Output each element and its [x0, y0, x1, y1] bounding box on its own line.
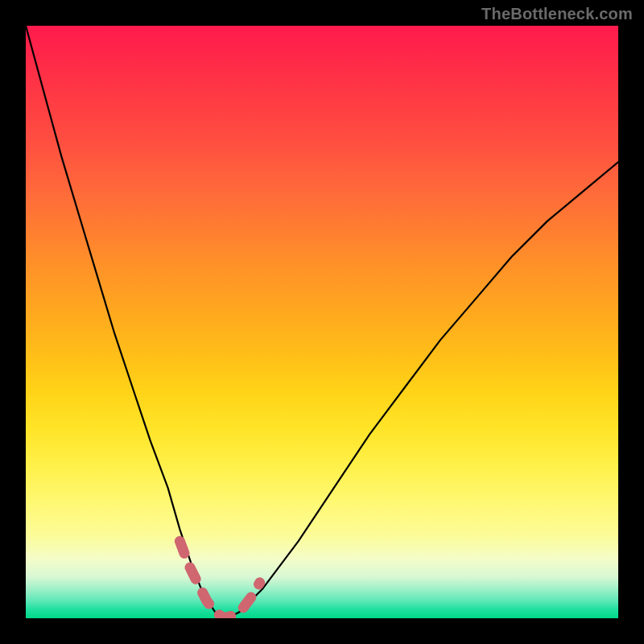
bottleneck-curve	[26, 26, 618, 618]
watermark-text: TheBottleneck.com	[481, 5, 633, 23]
chart-frame: TheBottleneck.com	[0, 0, 644, 644]
curve-layer	[26, 26, 618, 618]
minimum-highlight	[180, 541, 259, 618]
plot-area	[26, 26, 618, 618]
